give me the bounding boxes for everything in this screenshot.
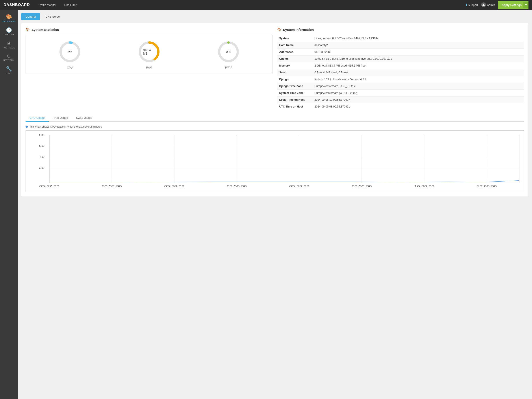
svg-rect-7 [227, 42, 229, 43]
cpu-value: 3% [68, 50, 72, 54]
tab-swap-usage[interactable]: Swap Usage [72, 114, 96, 122]
svg-text:10:00:00: 10:00:00 [414, 185, 434, 188]
info-value: 2024-09-05 08:00:55.370951 [312, 103, 524, 110]
chart-legend-dot [25, 126, 28, 128]
info-table-row: Memory2 GB total, 813.4 MB used, 415.2 M… [277, 62, 524, 69]
svg-text:20: 20 [39, 167, 44, 169]
info-value: 2024-09-05 10:00:55.370927 [312, 96, 524, 103]
main-card: 🏠 System Statistics [21, 23, 528, 196]
cpu-usage-chart: 80 60 40 20 09:57:00 09:57:30 09:58:00 0… [25, 130, 524, 192]
cpu-donut: 3% [58, 40, 82, 64]
sidebar-item-tools[interactable]: 🔧 TOOLS [0, 64, 18, 77]
info-icon: ℹ [466, 3, 467, 6]
network-icon: ⬡ [7, 54, 11, 58]
info-label: Swap [277, 69, 312, 76]
tools-icon: 🔧 [6, 67, 12, 71]
sidebar-item-dashboard[interactable]: 🎨 DASHBOARD [0, 12, 18, 25]
system-statistics-section: 🏠 System Statistics [25, 28, 273, 110]
info-value: 0 B total, 0 B used, 0 B free [312, 69, 524, 76]
sidebar-item-network[interactable]: ⬡ NETWORK [0, 51, 18, 64]
cpu-chart: 3% CPU [58, 40, 82, 69]
info-label: Uptime [277, 56, 312, 62]
svg-text:80: 80 [39, 134, 44, 137]
nav-dns-filter[interactable]: Dns Filter [63, 2, 78, 7]
info-label: System Time Zone [277, 90, 312, 96]
info-label: Django Time Zone [277, 83, 312, 90]
info-table-row: Local Time on Host2024-09-05 10:00:55.37… [277, 96, 524, 103]
info-value: Europe/Amsterdam, USE_TZ true [312, 83, 524, 90]
info-value: 2 GB total, 813.4 MB used, 415.2 MB free [312, 62, 524, 69]
stats-info-row: 🏠 System Statistics [25, 28, 524, 110]
info-label: UTC Time on Host [277, 103, 312, 110]
svg-rect-34 [49, 135, 519, 183]
sidebar-item-timezone[interactable]: 🕐 TIMEZONE [0, 25, 18, 38]
svg-text:09:58:30: 09:58:30 [227, 185, 247, 188]
tab-general[interactable]: General [21, 13, 40, 20]
chart-description: This chart shows CPU usage in % for the … [25, 125, 524, 128]
nav-traffic-monitor[interactable]: Traffic Monitor [37, 2, 58, 7]
tab-dns-server[interactable]: DNS Server [41, 13, 65, 20]
info-label: Django [277, 76, 312, 83]
system-information-header: 🏠 System Information [277, 28, 524, 32]
admin-menu[interactable]: admin [481, 2, 495, 7]
svg-text:10:00:30: 10:00:30 [477, 185, 497, 188]
apply-settings-button[interactable]: Apply Settings ▾ [498, 1, 528, 9]
svg-text:60: 60 [39, 145, 44, 147]
svg-text:09:58:00: 09:58:00 [164, 185, 184, 188]
info-label: Addresses [277, 49, 312, 56]
admin-avatar [481, 2, 486, 7]
info-table-row: Uptime10:00:54 up 3 days, 1:19, 0 user, … [277, 56, 524, 62]
info-table-row: Host Namednssafety2 [277, 42, 524, 49]
ram-chart: 813.4 MB RAM [137, 40, 161, 69]
apply-settings-dropdown-arrow[interactable]: ▾ [523, 2, 528, 8]
usage-tabs: CPU Usage RAM Usage Swap Usage [25, 114, 524, 122]
system-information-section: 🏠 System Information SystemLinux, versio… [277, 28, 524, 110]
info-value: 10:00:54 up 3 days, 1:19, 0 user, load a… [312, 56, 524, 62]
sidebar-item-hostname[interactable]: 🖥 HOSTNAME [0, 38, 18, 51]
brand-logo: DASHBOARD [4, 3, 30, 7]
svg-text:09:57:30: 09:57:30 [102, 185, 122, 188]
info-value: Linux, version 6.1.0-25-amd64 / 64bit, E… [312, 35, 524, 42]
svg-text:40: 40 [39, 156, 44, 158]
info-table-row: Django Time ZoneEurope/Amsterdam, USE_TZ… [277, 83, 524, 90]
swap-chart: 0 B SWAP [216, 40, 241, 69]
clock-icon: 🕐 [6, 28, 12, 33]
info-label: Memory [277, 62, 312, 69]
info-table-row: UTC Time on Host2024-09-05 08:00:55.3709… [277, 103, 524, 110]
topnav-right: ℹ Support admin Apply Settings ▾ [466, 1, 528, 9]
house-icon: 🏠 [25, 28, 30, 32]
ram-value: 813.4 MB [143, 48, 155, 55]
svg-text:09:57:00: 09:57:00 [39, 185, 59, 188]
info-value: dnssafety2 [312, 42, 524, 49]
info-value: Python 3.11.2, Locale en-us, Version 4.2… [312, 76, 524, 83]
topnav: DASHBOARD Traffic Monitor Dns Filter ℹ S… [0, 0, 532, 10]
svg-point-0 [483, 4, 484, 5]
swap-value: 0 B [226, 50, 231, 54]
info-value: Europe/Amsterdam (CEST, +0200) [312, 90, 524, 96]
sidebar: 🎨 DASHBOARD 🕐 TIMEZONE 🖥 HOSTNAME ⬡ NETW… [0, 10, 18, 399]
system-statistics-header: 🏠 System Statistics [25, 28, 273, 32]
info-label: System [277, 35, 312, 42]
hostname-icon: 🖥 [6, 41, 11, 46]
system-info-table: SystemLinux, version 6.1.0-25-amd64 / 64… [277, 35, 524, 110]
main-layout: 🎨 DASHBOARD 🕐 TIMEZONE 🖥 HOSTNAME ⬡ NETW… [0, 10, 532, 399]
tab-cpu-usage[interactable]: CPU Usage [25, 114, 49, 122]
svg-text:09:59:30: 09:59:30 [352, 185, 372, 188]
ram-donut: 813.4 MB [137, 40, 161, 64]
tab-bar: General DNS Server [21, 13, 528, 20]
content-area: General DNS Server 🏠 System Statistics [18, 10, 532, 399]
info-table-row: Swap0 B total, 0 B used, 0 B free [277, 69, 524, 76]
support-link[interactable]: ℹ Support [466, 3, 478, 6]
svg-text:09:59:00: 09:59:00 [289, 185, 309, 188]
info-table-row: System Time ZoneEurope/Amsterdam (CEST, … [277, 90, 524, 96]
info-label: Local Time on Host [277, 96, 312, 103]
info-value: 65.108.52.46 [312, 49, 524, 56]
tab-ram-usage[interactable]: RAM Usage [49, 114, 72, 122]
dashboard-icon: 🎨 [6, 14, 12, 19]
info-table-row: DjangoPython 3.11.2, Locale en-us, Versi… [277, 76, 524, 83]
house-icon-2: 🏠 [277, 28, 281, 32]
swap-donut: 0 B [216, 40, 241, 64]
info-table-row: Addresses65.108.52.46 [277, 49, 524, 56]
info-table-row: SystemLinux, version 6.1.0-25-amd64 / 64… [277, 35, 524, 42]
charts-wrapper: 3% CPU 81 [25, 35, 273, 74]
